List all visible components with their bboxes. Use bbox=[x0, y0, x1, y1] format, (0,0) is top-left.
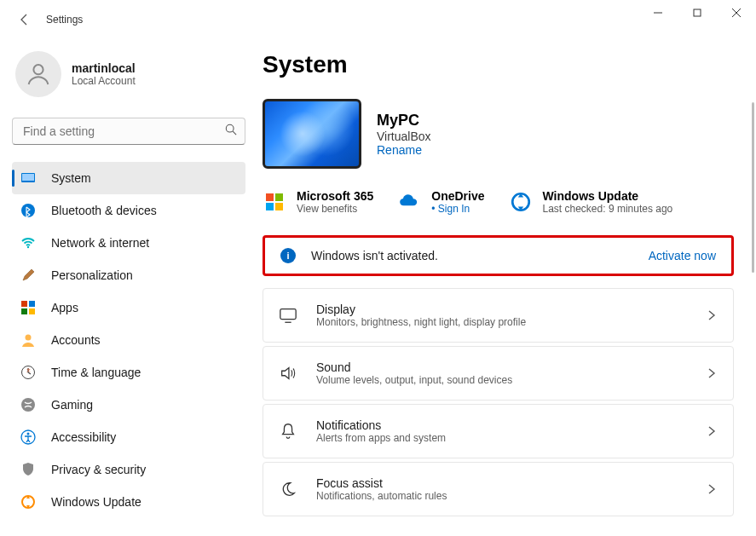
main-content: System MyPC VirtualBox Rename Microsoft … bbox=[256, 39, 756, 536]
nav-label: Accounts bbox=[51, 333, 101, 347]
window-title: Settings bbox=[46, 14, 83, 26]
svg-rect-12 bbox=[29, 301, 35, 307]
card-title: Focus assist bbox=[316, 476, 687, 490]
quick-title: Microsoft 365 bbox=[297, 189, 373, 203]
search-input[interactable] bbox=[12, 118, 245, 145]
chevron-right-icon bbox=[706, 367, 718, 379]
sidebar: martinlocal Local Account System Bluetoo… bbox=[0, 39, 256, 536]
svg-line-6 bbox=[233, 131, 236, 135]
card-sub: Alerts from apps and system bbox=[316, 432, 687, 444]
svg-rect-8 bbox=[22, 174, 34, 181]
card-sub: Monitors, brightness, night light, displ… bbox=[316, 316, 687, 328]
card-sound[interactable]: Sound Volume levels, output, input, soun… bbox=[263, 346, 734, 401]
display-icon bbox=[279, 306, 297, 325]
apps-icon bbox=[20, 300, 36, 315]
quick-update[interactable]: Windows Update Last checked: 9 minutes a… bbox=[509, 189, 673, 215]
svg-point-5 bbox=[226, 124, 234, 132]
card-title: Sound bbox=[316, 360, 687, 374]
card-display[interactable]: Display Monitors, brightness, night ligh… bbox=[263, 288, 734, 343]
user-sub: Local Account bbox=[72, 75, 136, 87]
nav-label: Network & internet bbox=[51, 236, 149, 250]
system-icon bbox=[20, 170, 36, 186]
svg-point-15 bbox=[26, 335, 32, 341]
nav-network[interactable]: Network & internet bbox=[12, 227, 245, 259]
m365-icon bbox=[263, 190, 286, 214]
sound-icon bbox=[279, 364, 297, 383]
chevron-right-icon bbox=[706, 425, 718, 437]
nav-label: Windows Update bbox=[51, 495, 141, 509]
nav-gaming[interactable]: Gaming bbox=[12, 389, 245, 421]
user-block[interactable]: martinlocal Local Account bbox=[12, 51, 245, 97]
nav-list: System Bluetooth & devices Network & int… bbox=[12, 162, 245, 518]
pc-name: MyPC bbox=[377, 112, 431, 130]
info-icon: i bbox=[280, 248, 296, 263]
svg-rect-11 bbox=[21, 301, 27, 307]
nav-update[interactable]: Windows Update bbox=[12, 486, 245, 518]
nav-privacy[interactable]: Privacy & security bbox=[12, 453, 245, 486]
card-sub: Volume levels, output, input, sound devi… bbox=[316, 374, 687, 386]
quick-links-row: Microsoft 365 View benefits OneDrive Sig… bbox=[263, 189, 734, 215]
rename-link[interactable]: Rename bbox=[377, 143, 431, 157]
brush-icon bbox=[20, 268, 36, 283]
svg-rect-24 bbox=[266, 203, 274, 210]
activation-banner: i Windows isn't activated. Activate now bbox=[263, 235, 734, 276]
nav-apps[interactable]: Apps bbox=[12, 291, 245, 324]
svg-point-10 bbox=[27, 246, 29, 248]
wifi-icon bbox=[20, 235, 36, 251]
quick-signin[interactable]: Sign In bbox=[431, 203, 484, 215]
nav-bluetooth[interactable]: Bluetooth & devices bbox=[12, 194, 245, 227]
nav-label: Privacy & security bbox=[51, 463, 146, 476]
bluetooth-icon bbox=[20, 203, 36, 218]
nav-label: Time & language bbox=[51, 366, 141, 379]
minimize-button[interactable] bbox=[638, 0, 678, 26]
user-name: martinlocal bbox=[72, 61, 136, 75]
svg-rect-14 bbox=[29, 308, 35, 314]
search-box bbox=[12, 118, 245, 145]
wallpaper-thumbnail[interactable] bbox=[263, 99, 361, 169]
svg-point-20 bbox=[27, 433, 30, 435]
card-focus[interactable]: Focus assist Notifications, automatic ru… bbox=[263, 462, 734, 516]
card-title: Notifications bbox=[316, 418, 687, 432]
update-quick-icon bbox=[509, 190, 533, 214]
nav-time[interactable]: 文 Time & language bbox=[12, 356, 245, 389]
nav-label: Gaming bbox=[51, 398, 93, 412]
maximize-button[interactable] bbox=[678, 0, 717, 26]
search-icon bbox=[225, 124, 237, 139]
svg-rect-22 bbox=[266, 193, 274, 201]
nav-label: System bbox=[51, 171, 91, 185]
quick-sub: Last checked: 9 minutes ago bbox=[543, 203, 673, 215]
banner-text: Windows isn't activated. bbox=[311, 249, 649, 262]
card-notifications[interactable]: Notifications Alerts from apps and syste… bbox=[263, 404, 734, 458]
bell-icon bbox=[279, 422, 297, 441]
avatar bbox=[15, 51, 61, 97]
accessibility-icon bbox=[20, 429, 36, 445]
nav-accounts[interactable]: Accounts bbox=[12, 324, 245, 356]
chevron-right-icon bbox=[706, 483, 718, 495]
card-sub: Notifications, automatic rules bbox=[316, 490, 687, 502]
svg-rect-13 bbox=[21, 308, 27, 314]
nav-label: Accessibility bbox=[51, 430, 116, 444]
nav-accessibility[interactable]: Accessibility bbox=[12, 421, 245, 453]
svg-text:文: 文 bbox=[26, 367, 31, 372]
quick-title: OneDrive bbox=[431, 189, 484, 203]
gaming-icon bbox=[20, 397, 36, 412]
quick-m365[interactable]: Microsoft 365 View benefits bbox=[263, 189, 373, 215]
pc-info-row: MyPC VirtualBox Rename bbox=[263, 99, 734, 169]
nav-label: Personalization bbox=[51, 268, 133, 282]
activate-now-link[interactable]: Activate now bbox=[649, 249, 716, 262]
close-button[interactable] bbox=[717, 0, 756, 26]
svg-rect-23 bbox=[275, 193, 283, 201]
quick-onedrive[interactable]: OneDrive Sign In bbox=[397, 189, 484, 215]
onedrive-icon bbox=[397, 190, 421, 214]
back-button[interactable] bbox=[17, 12, 32, 27]
svg-rect-27 bbox=[280, 309, 296, 320]
clock-icon: 文 bbox=[20, 365, 36, 380]
svg-rect-1 bbox=[694, 9, 701, 16]
nav-system[interactable]: System bbox=[12, 162, 245, 194]
quick-title: Windows Update bbox=[543, 189, 673, 203]
scrollbar[interactable] bbox=[752, 102, 754, 273]
svg-point-4 bbox=[33, 65, 43, 74]
nav-personalization[interactable]: Personalization bbox=[12, 259, 245, 291]
svg-rect-25 bbox=[275, 203, 283, 210]
nav-label: Apps bbox=[51, 301, 78, 314]
